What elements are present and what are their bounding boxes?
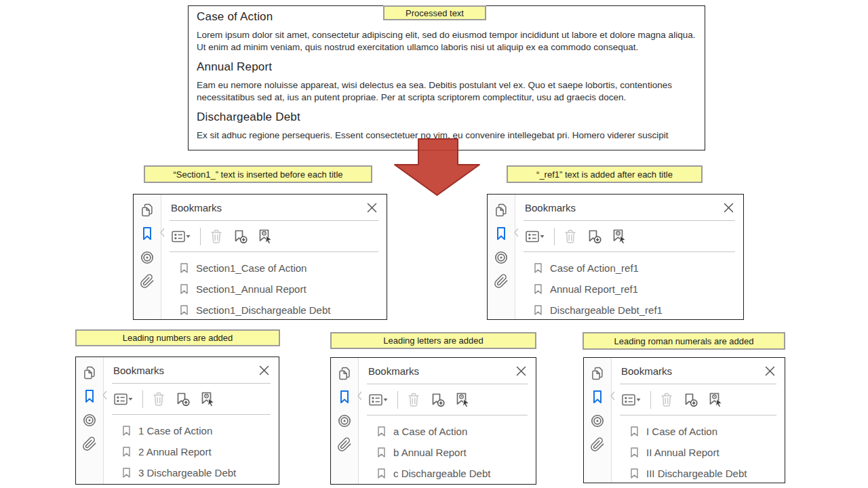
new-bookmark-icon[interactable] bbox=[682, 392, 698, 407]
destinations-button[interactable] bbox=[139, 249, 155, 266]
new-bookmark-from-selection-icon[interactable] bbox=[454, 392, 471, 408]
bookmark-icon bbox=[533, 283, 543, 295]
new-bookmark-icon[interactable] bbox=[174, 392, 191, 407]
new-bookmark-icon[interactable] bbox=[232, 229, 248, 244]
bookmark-label: a Case of Action bbox=[393, 426, 467, 437]
new-bookmark-icon[interactable] bbox=[586, 229, 602, 244]
close-icon[interactable] bbox=[722, 201, 735, 214]
attachments-button[interactable] bbox=[589, 436, 606, 453]
delete-bookmark-icon[interactable] bbox=[564, 229, 577, 244]
bookmark-icon bbox=[376, 426, 387, 437]
destinations-button[interactable] bbox=[81, 412, 98, 428]
options-icon[interactable] bbox=[113, 392, 134, 406]
bookmark-label: II Annual Report bbox=[646, 447, 719, 458]
page-thumbnails-button[interactable] bbox=[81, 365, 98, 381]
page-thumbnails-button[interactable] bbox=[589, 365, 606, 382]
attachments-button[interactable] bbox=[139, 273, 155, 289]
bookmarks-icon bbox=[338, 389, 351, 405]
panel-content: Bookmarks bbox=[104, 357, 279, 484]
new-bookmark-icon[interactable] bbox=[429, 392, 446, 407]
bookmarks-panel-romans: Bookmarks bbox=[583, 357, 785, 483]
navigation-pane bbox=[488, 195, 515, 319]
bookmark-item[interactable]: Dischargeable Debt_ref1 bbox=[533, 300, 735, 321]
bookmarks-toolbar bbox=[170, 221, 378, 252]
bookmark-label: 3 Dischargeable Debt bbox=[138, 467, 236, 479]
new-bookmark-from-selection-icon[interactable] bbox=[257, 228, 273, 245]
bookmark-icon bbox=[121, 446, 132, 458]
destinations-button[interactable] bbox=[589, 413, 606, 429]
pane-collapse-notch-icon bbox=[102, 390, 107, 400]
bookmarks-list: 1 Case of Action 2 Annual Report 3 Disch… bbox=[112, 415, 271, 483]
bookmarks-icon bbox=[494, 226, 508, 242]
page-thumbnails-icon bbox=[337, 366, 352, 381]
bookmark-item[interactable]: II Annual Report bbox=[629, 442, 776, 463]
bookmark-item[interactable]: b Annual Report bbox=[376, 442, 528, 463]
bookmarks-toolbar bbox=[620, 384, 776, 415]
doc-paragraph-2: Eam eu nemore noluisse appareat, wisi de… bbox=[197, 79, 696, 104]
delete-bookmark-icon[interactable] bbox=[152, 392, 165, 407]
options-icon[interactable] bbox=[525, 230, 545, 243]
destinations-button[interactable] bbox=[336, 413, 353, 429]
panel-header: Bookmarks bbox=[524, 195, 735, 221]
bookmark-item[interactable]: Section1_Case of Action bbox=[179, 258, 378, 279]
close-icon[interactable] bbox=[258, 364, 271, 377]
attachments-button[interactable] bbox=[81, 436, 98, 452]
bookmark-label: c Dischargeable Debt bbox=[393, 468, 490, 479]
delete-bookmark-icon[interactable] bbox=[407, 392, 420, 407]
bookmarks-button[interactable] bbox=[81, 388, 98, 405]
page-thumbnails-button[interactable] bbox=[336, 365, 353, 382]
bookmark-item[interactable]: Section1_Annual Report bbox=[179, 279, 378, 300]
close-icon[interactable] bbox=[764, 365, 776, 378]
new-bookmark-from-selection-icon[interactable] bbox=[707, 392, 724, 408]
close-icon[interactable] bbox=[366, 201, 378, 214]
pane-collapse-notch-icon bbox=[160, 228, 165, 237]
attachments-icon bbox=[337, 437, 352, 452]
options-icon[interactable] bbox=[621, 393, 642, 407]
bookmark-label: Case of Action_ref1 bbox=[550, 262, 639, 274]
options-icon[interactable] bbox=[171, 230, 191, 243]
bookmark-icon bbox=[629, 447, 639, 458]
attachments-button[interactable] bbox=[493, 273, 509, 289]
bookmark-item[interactable]: Annual Report_ref1 bbox=[533, 279, 735, 300]
toolbar-separator bbox=[142, 390, 143, 408]
panel-header: Bookmarks bbox=[620, 358, 776, 384]
attachments-button[interactable] bbox=[336, 436, 353, 453]
bookmark-item[interactable]: c Dischargeable Debt bbox=[376, 463, 528, 484]
bookmark-item[interactable]: I Case of Action bbox=[629, 421, 776, 442]
bookmarks-button[interactable] bbox=[139, 226, 155, 242]
new-bookmark-from-selection-icon[interactable] bbox=[611, 228, 627, 245]
close-icon[interactable] bbox=[515, 365, 528, 378]
bookmark-item[interactable]: 2 Annual Report bbox=[121, 441, 271, 462]
bookmarks-list: Case of Action_ref1 Annual Report_ref1 D… bbox=[524, 252, 735, 321]
bookmark-item[interactable]: Section1_Dischargeable Debt bbox=[179, 300, 378, 321]
destinations-icon bbox=[140, 250, 155, 265]
panel-content: Bookmarks bbox=[359, 358, 536, 484]
destinations-icon bbox=[590, 413, 605, 428]
new-bookmark-from-selection-icon[interactable] bbox=[199, 391, 216, 407]
annotation-ref1: “_ref1” text is added after each title bbox=[507, 165, 703, 183]
bookmark-item[interactable]: 1 Case of Action bbox=[121, 420, 271, 441]
bookmark-icon bbox=[121, 467, 132, 479]
page-thumbnails-button[interactable] bbox=[139, 202, 155, 218]
toolbar-separator bbox=[650, 391, 651, 409]
destinations-button[interactable] bbox=[493, 249, 509, 266]
options-icon[interactable] bbox=[368, 393, 389, 407]
navigation-pane bbox=[584, 358, 612, 483]
bookmark-item[interactable]: 3 Dischargeable Debt bbox=[121, 462, 271, 483]
bookmark-item[interactable]: a Case of Action bbox=[376, 421, 528, 442]
bookmarks-button[interactable] bbox=[493, 226, 509, 242]
bookmarks-button[interactable] bbox=[336, 389, 353, 405]
doc-heading-2: Annual Report bbox=[197, 60, 696, 74]
bookmark-icon bbox=[629, 468, 639, 479]
delete-bookmark-icon[interactable] bbox=[660, 392, 673, 407]
bookmark-item[interactable]: Case of Action_ref1 bbox=[533, 258, 735, 279]
page-thumbnails-icon bbox=[590, 366, 605, 381]
bookmarks-button[interactable] bbox=[589, 389, 606, 405]
bookmark-item[interactable]: III Dischargeable Debt bbox=[629, 463, 776, 484]
delete-bookmark-icon[interactable] bbox=[210, 229, 223, 244]
page-thumbnails-button[interactable] bbox=[493, 202, 509, 218]
bookmarks-panel-numbers: Bookmarks bbox=[75, 357, 279, 485]
bookmark-icon bbox=[179, 304, 189, 316]
bookmark-label: 1 Case of Action bbox=[138, 425, 212, 436]
panel-header: Bookmarks bbox=[170, 195, 378, 221]
